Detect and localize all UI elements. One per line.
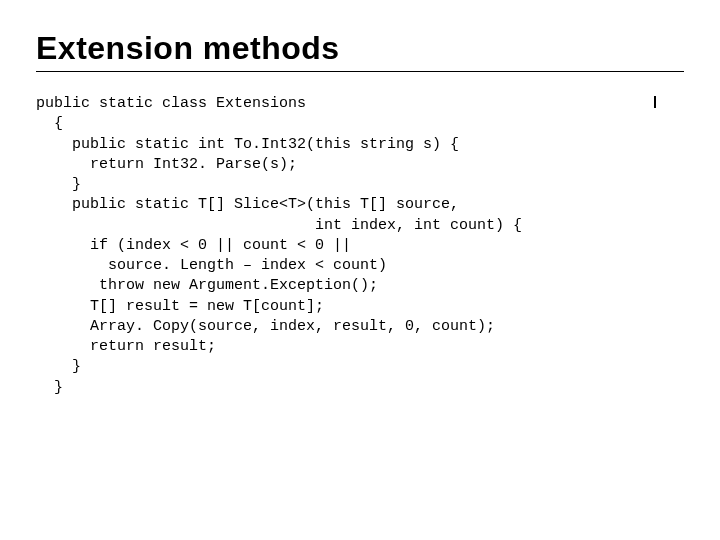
title-rule <box>36 71 684 72</box>
slide-title: Extension methods <box>36 30 684 67</box>
rule-tick-mark <box>654 96 656 108</box>
code-block: public static class Extensions { public … <box>36 94 684 398</box>
